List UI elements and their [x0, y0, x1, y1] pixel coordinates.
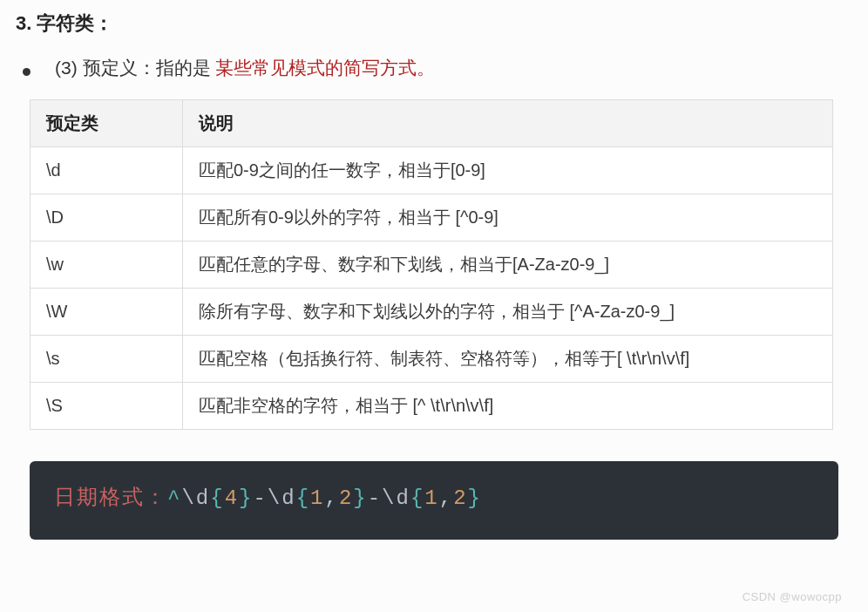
code-token: \d	[181, 486, 210, 510]
bullet-text: (3) 预定义：指的是 某些常见模式的简写方式。	[55, 56, 435, 80]
code-token: \d	[382, 486, 410, 510]
table-cell-class: \d	[31, 147, 183, 194]
code-token: ,	[324, 486, 338, 510]
section-heading: 3. 字符类：	[16, 10, 852, 37]
table-row: \w匹配任意的字母、数字和下划线，相当于[A-Za-z0-9_]	[31, 241, 833, 289]
code-token: 1	[424, 486, 438, 510]
code-token: 1	[310, 486, 324, 510]
table-cell-class: \w	[31, 241, 183, 289]
table-cell-desc: 匹配所有0-9以外的字符，相当于 [^0-9]	[183, 194, 833, 241]
code-token: }	[239, 486, 253, 510]
table-cell-class: \s	[31, 336, 183, 383]
watermark: CSDN @wowocpp	[743, 590, 842, 603]
code-token: 2	[339, 486, 353, 510]
code-block: 日期格式：^\d{4}-\d{1,2}-\d{1,2}	[30, 461, 838, 540]
code-token: {	[210, 486, 224, 510]
table-cell-desc: 匹配非空格的字符，相当于 [^ \t\r\n\v\f]	[183, 383, 833, 430]
table-cell-class: \D	[31, 194, 183, 241]
code-token: {	[296, 486, 310, 510]
predefined-classes-table: 预定类 说明 \d匹配0-9之间的任一数字，相当于[0-9]\D匹配所有0-9以…	[30, 99, 833, 430]
table-cell-desc: 匹配空格（包括换行符、制表符、空格符等），相等于[ \t\r\n\v\f]	[183, 336, 833, 383]
code-token: }	[353, 486, 367, 510]
table-header-row: 预定类 说明	[31, 100, 833, 147]
bullet-highlight: 某些常见模式的简写方式。	[215, 58, 435, 78]
table-cell-desc: 匹配0-9之间的任一数字，相当于[0-9]	[183, 147, 833, 194]
code-pattern: ^\d{4}-\d{1,2}-\d{1,2}	[167, 486, 482, 510]
table-row: \W除所有字母、数字和下划线以外的字符，相当于 [^A-Za-z0-9_]	[31, 289, 833, 336]
table-header-class: 预定类	[31, 100, 183, 147]
table-cell-class: \W	[31, 289, 183, 336]
bullet-icon	[23, 68, 31, 76]
code-token: 4	[225, 486, 239, 510]
code-token: ,	[439, 486, 453, 510]
code-line: 日期格式：^\d{4}-\d{1,2}-\d{1,2}	[54, 484, 814, 513]
table-header-desc: 说明	[183, 100, 833, 147]
table-row: \d匹配0-9之间的任一数字，相当于[0-9]	[31, 147, 833, 194]
table-cell-desc: 除所有字母、数字和下划线以外的字符，相当于 [^A-Za-z0-9_]	[183, 289, 833, 336]
code-token: \d	[268, 486, 296, 510]
bullet-line: (3) 预定义：指的是 某些常见模式的简写方式。	[16, 56, 852, 80]
code-token: }	[468, 486, 482, 510]
bullet-prefix: (3) 预定义：指的是	[55, 58, 215, 78]
table-container: 预定类 说明 \d匹配0-9之间的任一数字，相当于[0-9]\D匹配所有0-9以…	[30, 99, 833, 430]
table-row: \D匹配所有0-9以外的字符，相当于 [^0-9]	[31, 194, 833, 241]
code-token: -	[368, 486, 382, 510]
table-cell-desc: 匹配任意的字母、数字和下划线，相当于[A-Za-z0-9_]	[183, 241, 833, 289]
table-row: \S匹配非空格的字符，相当于 [^ \t\r\n\v\f]	[31, 383, 833, 430]
code-token: ^	[167, 486, 181, 510]
code-label: 日期格式：	[54, 486, 167, 510]
code-token: -	[253, 486, 267, 510]
code-token: 2	[453, 486, 467, 510]
table-cell-class: \S	[31, 383, 183, 430]
code-token: {	[410, 486, 424, 510]
table-row: \s匹配空格（包括换行符、制表符、空格符等），相等于[ \t\r\n\v\f]	[31, 336, 833, 383]
